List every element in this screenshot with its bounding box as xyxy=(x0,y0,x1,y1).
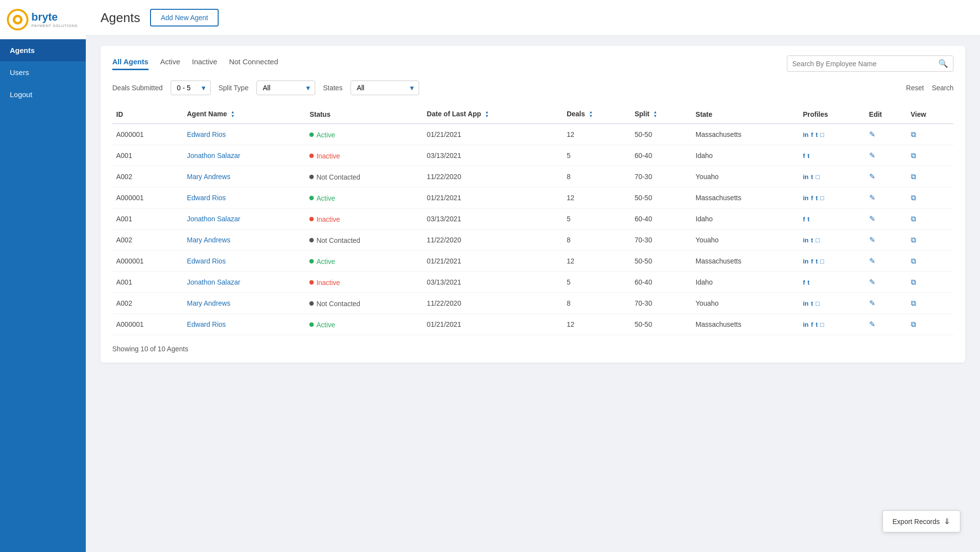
linkedin-icon[interactable]: in xyxy=(803,321,809,328)
facebook-icon[interactable]: f xyxy=(811,131,813,138)
instagram-icon[interactable]: □ xyxy=(820,258,824,265)
states-select[interactable]: All Massachusetts Idaho Youaho xyxy=(351,80,419,95)
edit-icon[interactable]: ✎ xyxy=(869,278,876,286)
cell-id: A002 xyxy=(112,166,183,187)
edit-icon[interactable]: ✎ xyxy=(869,257,876,265)
view-icon[interactable]: ⧉ xyxy=(911,299,916,307)
twitter-icon[interactable]: t xyxy=(811,300,813,307)
agent-name-link[interactable]: Jonathon Salazar xyxy=(187,152,240,159)
view-icon[interactable]: ⧉ xyxy=(911,151,916,159)
view-icon[interactable]: ⧉ xyxy=(911,193,916,202)
edit-icon[interactable]: ✎ xyxy=(869,299,876,307)
agent-name-link[interactable]: Mary Andrews xyxy=(187,299,230,307)
agent-name-link[interactable]: Edward Rios xyxy=(187,131,226,138)
edit-icon[interactable]: ✎ xyxy=(869,172,876,181)
agent-name-link[interactable]: Jonathon Salazar xyxy=(187,278,240,286)
agent-name-link[interactable]: Edward Rios xyxy=(187,320,226,328)
deals-select[interactable]: 0 - 5 5 - 10 10+ xyxy=(171,80,211,95)
facebook-icon[interactable]: f xyxy=(803,215,805,223)
tab-active[interactable]: Active xyxy=(160,57,180,70)
cell-agent-name: Mary Andrews xyxy=(183,230,305,251)
twitter-icon[interactable]: t xyxy=(807,152,809,159)
view-icon[interactable]: ⧉ xyxy=(911,320,916,328)
search-icon[interactable]: 🔍 xyxy=(938,59,948,68)
edit-icon[interactable]: ✎ xyxy=(869,193,876,202)
facebook-icon[interactable]: f xyxy=(803,152,805,159)
col-agent-name[interactable]: Agent Name ▲▼ xyxy=(183,105,305,124)
twitter-icon[interactable]: t xyxy=(816,131,818,138)
twitter-icon[interactable]: t xyxy=(816,258,818,265)
status-text: Not Contacted xyxy=(316,237,360,244)
agent-name-link[interactable]: Edward Rios xyxy=(187,194,226,202)
view-icon[interactable]: ⧉ xyxy=(911,278,916,286)
linkedin-icon[interactable]: in xyxy=(803,237,809,244)
linkedin-icon[interactable]: in xyxy=(803,194,809,202)
reset-button[interactable]: Reset xyxy=(906,84,924,92)
linkedin-icon[interactable]: in xyxy=(803,131,809,138)
view-icon[interactable]: ⧉ xyxy=(911,257,916,265)
cell-status: Not Contacted xyxy=(305,166,423,187)
tab-not-connected[interactable]: Not Connected xyxy=(229,57,278,70)
search-button[interactable]: Search xyxy=(932,84,954,92)
sidebar-item-logout[interactable]: Logout xyxy=(0,83,86,105)
edit-icon[interactable]: ✎ xyxy=(869,151,876,159)
instagram-icon[interactable]: □ xyxy=(816,173,820,181)
tabs: All Agents Active Inactive Not Connected xyxy=(112,57,278,70)
cell-deals: 8 xyxy=(563,230,630,251)
twitter-icon[interactable]: t xyxy=(811,237,813,244)
cell-agent-name: Jonathon Salazar xyxy=(183,209,305,230)
facebook-icon[interactable]: f xyxy=(811,321,813,328)
twitter-icon[interactable]: t xyxy=(811,173,813,181)
col-date[interactable]: Date of Last App ▲▼ xyxy=(423,105,563,124)
twitter-icon[interactable]: t xyxy=(816,194,818,202)
instagram-icon[interactable]: □ xyxy=(820,321,824,328)
edit-icon[interactable]: ✎ xyxy=(869,320,876,328)
split-select[interactable]: All 50-50 60-40 70-30 xyxy=(256,80,315,95)
facebook-icon[interactable]: f xyxy=(811,258,813,265)
twitter-icon[interactable]: t xyxy=(807,215,809,223)
sidebar-item-users[interactable]: Users xyxy=(0,61,86,83)
cell-edit: ✎ xyxy=(865,166,907,187)
cell-split: 50-50 xyxy=(630,314,691,335)
cell-date: 01/21/2021 xyxy=(423,251,563,272)
instagram-icon[interactable]: □ xyxy=(820,194,824,202)
instagram-icon[interactable]: □ xyxy=(816,237,820,244)
edit-icon[interactable]: ✎ xyxy=(869,214,876,223)
view-icon[interactable]: ⧉ xyxy=(911,236,916,244)
view-icon[interactable]: ⧉ xyxy=(911,130,916,138)
sidebar-item-agents[interactable]: Agents xyxy=(0,39,86,61)
twitter-icon[interactable]: t xyxy=(807,279,809,286)
col-split[interactable]: Split ▲▼ xyxy=(630,105,691,124)
tab-inactive[interactable]: Inactive xyxy=(192,57,217,70)
add-new-agent-button[interactable]: Add New Agent xyxy=(150,9,219,26)
agent-name-link[interactable]: Jonathon Salazar xyxy=(187,215,240,223)
facebook-icon[interactable]: f xyxy=(803,279,805,286)
cell-view: ⧉ xyxy=(907,187,954,209)
instagram-icon[interactable]: □ xyxy=(816,300,820,307)
twitter-icon[interactable]: t xyxy=(816,321,818,328)
edit-icon[interactable]: ✎ xyxy=(869,236,876,244)
search-input[interactable] xyxy=(792,60,938,68)
col-deals[interactable]: Deals ▲▼ xyxy=(563,105,630,124)
main-content: Agents Add New Agent All Agents Active I… xyxy=(86,0,980,552)
cell-status: Active xyxy=(305,124,423,145)
col-profiles: Profiles xyxy=(799,105,865,124)
tab-all-agents[interactable]: All Agents xyxy=(112,57,149,70)
agent-name-link[interactable]: Mary Andrews xyxy=(187,236,230,244)
linkedin-icon[interactable]: in xyxy=(803,300,809,307)
cell-profiles: ft xyxy=(799,209,865,230)
filter-actions: Reset Search xyxy=(906,84,954,92)
cell-agent-name: Edward Rios xyxy=(183,124,305,145)
agent-name-link[interactable]: Mary Andrews xyxy=(187,173,230,181)
edit-icon[interactable]: ✎ xyxy=(869,130,876,138)
facebook-icon[interactable]: f xyxy=(811,194,813,202)
linkedin-icon[interactable]: in xyxy=(803,173,809,181)
view-icon[interactable]: ⧉ xyxy=(911,214,916,223)
cell-state: Massachusetts xyxy=(692,314,799,335)
linkedin-icon[interactable]: in xyxy=(803,258,809,265)
export-records-button[interactable]: Export Records ⇓ xyxy=(882,510,960,532)
agent-name-link[interactable]: Edward Rios xyxy=(187,257,226,265)
cell-agent-name: Jonathon Salazar xyxy=(183,272,305,293)
instagram-icon[interactable]: □ xyxy=(820,131,824,138)
view-icon[interactable]: ⧉ xyxy=(911,172,916,181)
